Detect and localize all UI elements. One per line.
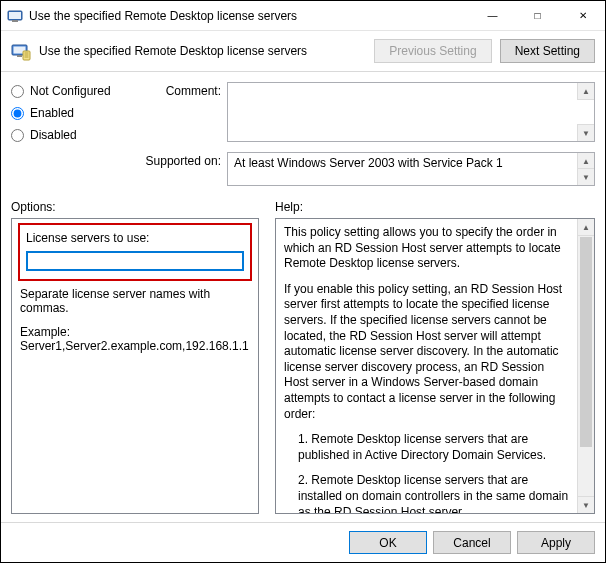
help-paragraph: 2. Remote Desktop license servers that a… <box>284 473 572 514</box>
radio-not-configured-label: Not Configured <box>30 84 111 98</box>
header: Use the specified Remote Desktop license… <box>1 31 605 72</box>
titlebar: Use the specified Remote Desktop license… <box>1 1 605 31</box>
svg-rect-5 <box>17 55 22 57</box>
radio-enabled-label: Enabled <box>30 106 74 120</box>
supported-on-label: Supported on: <box>141 152 221 168</box>
scroll-down-icon[interactable]: ▼ <box>577 124 594 141</box>
header-title: Use the specified Remote Desktop license… <box>39 44 366 58</box>
app-icon <box>7 8 23 24</box>
radio-not-configured[interactable]: Not Configured <box>11 84 123 98</box>
state-radio-group: Not Configured Enabled Disabled <box>11 82 123 186</box>
svg-rect-1 <box>9 12 21 19</box>
svg-rect-2 <box>12 20 18 22</box>
scroll-down-icon[interactable]: ▼ <box>578 496 594 513</box>
footer: OK Cancel Apply <box>1 522 605 562</box>
radio-enabled[interactable]: Enabled <box>11 106 123 120</box>
radio-disabled[interactable]: Disabled <box>11 128 123 142</box>
scrollbar-thumb[interactable] <box>580 237 592 447</box>
next-setting-button[interactable]: Next Setting <box>500 39 595 63</box>
help-paragraph: If you enable this policy setting, an RD… <box>284 282 572 422</box>
help-label: Help: <box>275 200 303 214</box>
radio-not-configured-input[interactable] <box>11 85 24 98</box>
config-area: Not Configured Enabled Disabled Comment:… <box>1 72 605 186</box>
cancel-button[interactable]: Cancel <box>433 531 511 554</box>
comment-label: Comment: <box>141 82 221 98</box>
help-paragraph: 1. Remote Desktop license servers that a… <box>284 432 572 463</box>
options-panel: License servers to use: Separate license… <box>11 218 259 514</box>
ok-button[interactable]: OK <box>349 531 427 554</box>
options-label: Options: <box>11 200 259 214</box>
radio-enabled-input[interactable] <box>11 107 24 120</box>
minimize-button[interactable]: — <box>470 1 515 31</box>
maximize-button[interactable]: □ <box>515 1 560 31</box>
previous-setting-button[interactable]: Previous Setting <box>374 39 491 63</box>
radio-disabled-label: Disabled <box>30 128 77 142</box>
comment-textarea[interactable]: ▲ ▼ <box>227 82 595 142</box>
separator-note: Separate license server names with comma… <box>20 287 250 315</box>
close-button[interactable]: ✕ <box>560 1 605 31</box>
help-panel: This policy setting allows you to specif… <box>275 218 595 514</box>
license-servers-label: License servers to use: <box>26 231 244 245</box>
apply-button[interactable]: Apply <box>517 531 595 554</box>
supported-on-box: At least Windows Server 2003 with Servic… <box>227 152 595 186</box>
help-paragraph: This policy setting allows you to specif… <box>284 225 572 272</box>
license-servers-input[interactable] <box>26 251 244 271</box>
policy-icon <box>11 41 31 61</box>
radio-disabled-input[interactable] <box>11 129 24 142</box>
options-highlight: License servers to use: <box>18 223 252 281</box>
section-labels: Options: Help: <box>1 186 605 218</box>
example-text: Example: Server1,Server2.example.com,192… <box>20 325 250 353</box>
scroll-down-icon[interactable]: ▼ <box>577 168 594 185</box>
supported-on-value: At least Windows Server 2003 with Servic… <box>228 153 594 173</box>
window-title: Use the specified Remote Desktop license… <box>29 9 470 23</box>
panels: License servers to use: Separate license… <box>1 218 605 522</box>
scroll-up-icon[interactable]: ▲ <box>577 83 594 100</box>
help-scrollbar[interactable]: ▲ ▼ <box>577 219 594 513</box>
scroll-up-icon[interactable]: ▲ <box>578 219 594 236</box>
